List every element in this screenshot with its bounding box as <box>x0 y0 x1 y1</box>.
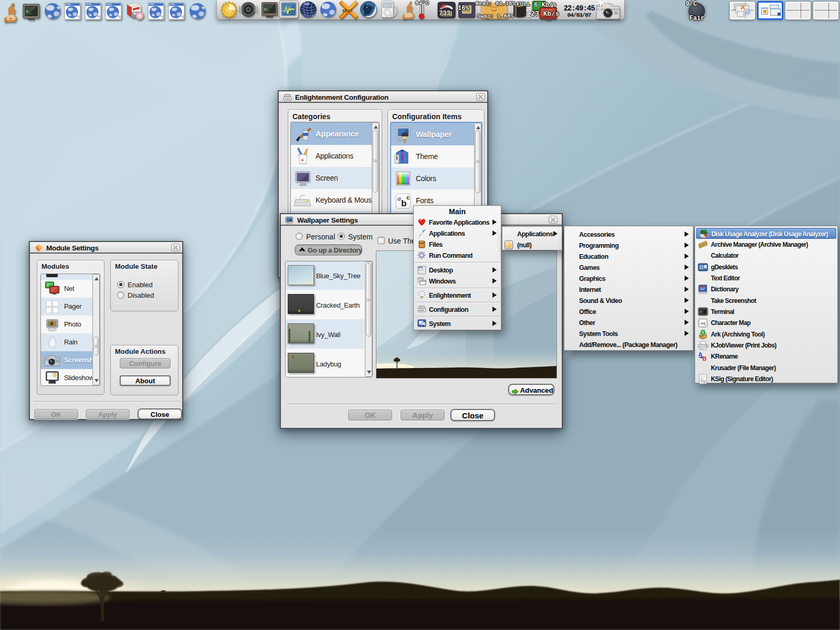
svg-text:Sig: Sig <box>700 379 706 383</box>
svg-text:B: B <box>702 355 707 362</box>
svg-text:c: c <box>406 195 410 201</box>
svg-text:chat: chat <box>342 8 352 13</box>
svg-text:aq: aq <box>701 320 706 326</box>
svg-text:>_: >_ <box>264 7 269 12</box>
svg-text:>_: >_ <box>700 310 704 314</box>
svg-text:a: a <box>397 194 401 202</box>
svg-text:b: b <box>401 198 406 208</box>
